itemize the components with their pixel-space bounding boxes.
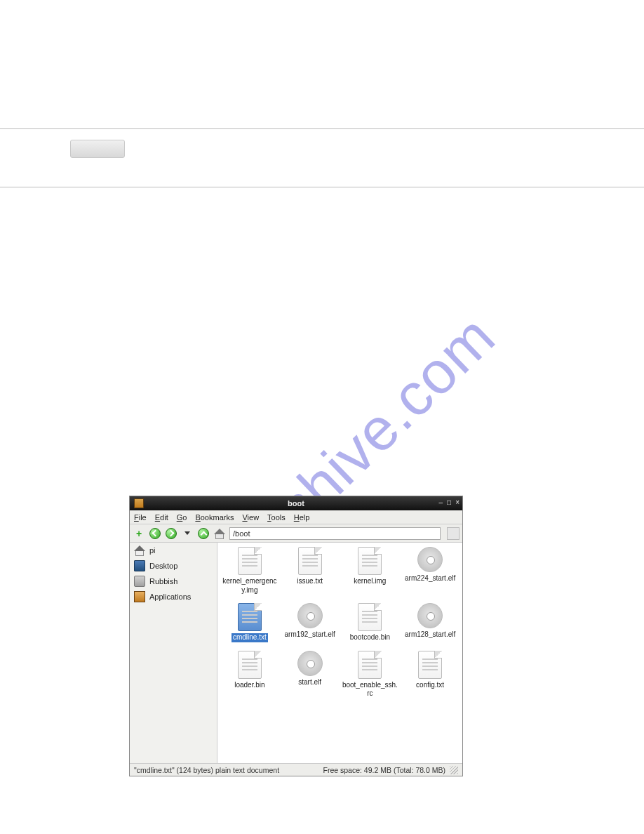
document-icon — [238, 651, 262, 679]
menu-file[interactable]: File — [134, 513, 147, 522]
file-item[interactable]: config.txt — [401, 651, 459, 699]
file-name: config.txt — [416, 681, 444, 690]
sidebar-item-applications[interactable]: Applications — [130, 589, 217, 604]
file-name: boot_enable_ssh.rc — [342, 681, 398, 699]
trash-icon — [134, 576, 145, 587]
forward-button[interactable] — [165, 527, 177, 540]
sidebar-item-label: Rubbish — [149, 577, 177, 585]
gear-icon — [297, 651, 323, 676]
sidebar-item-pi[interactable]: pi — [130, 543, 217, 558]
file-item[interactable]: boot_enable_ssh.rc — [341, 651, 400, 699]
status-left: "cmdline.txt" (124 bytes) plain text doc… — [134, 766, 279, 774]
status-bar: "cmdline.txt" (124 bytes) plain text doc… — [130, 763, 462, 776]
file-name: kernel_emergency.img — [222, 577, 278, 595]
document-icon — [298, 547, 322, 575]
file-name: arm128_start.elf — [405, 630, 455, 640]
home-icon — [134, 545, 145, 556]
file-name: arm192_start.elf — [284, 630, 335, 640]
history-dropdown[interactable] — [181, 527, 194, 540]
close-button[interactable]: × — [455, 498, 459, 506]
menu-go[interactable]: Go — [177, 513, 187, 522]
menubar: File Edit Go Bookmarks View Tools Help — [130, 510, 462, 524]
blank-button[interactable] — [70, 140, 125, 158]
file-item[interactable]: issue.txt — [281, 547, 340, 595]
file-item[interactable]: kernel.img — [341, 547, 400, 595]
file-manager-window: boot – □ × File Edit Go Bookmarks View T… — [129, 496, 463, 776]
document-icon — [358, 547, 382, 575]
document-icon — [418, 651, 442, 679]
file-grid[interactable]: kernel_emergency.imgissue.txtkernel.imga… — [217, 543, 462, 763]
file-item[interactable]: arm192_start.elf — [281, 603, 340, 642]
minimize-button[interactable]: – — [439, 498, 443, 506]
window-title: boot — [130, 499, 462, 508]
file-name: loader.bin — [234, 681, 264, 690]
divider — [0, 128, 644, 129]
up-button[interactable] — [197, 527, 210, 540]
sidebar-item-rubbish[interactable]: Rubbish — [130, 574, 217, 589]
monitor-icon — [134, 560, 145, 571]
maximize-button[interactable]: □ — [447, 498, 451, 506]
sidebar-item-label: Applications — [149, 593, 191, 601]
file-item[interactable]: arm128_start.elf — [401, 603, 459, 642]
file-item[interactable]: bootcode.bin — [341, 603, 400, 642]
document-icon — [238, 603, 262, 631]
menu-help[interactable]: Help — [294, 513, 310, 522]
apps-icon — [134, 591, 145, 602]
menu-bookmarks[interactable]: Bookmarks — [195, 513, 234, 522]
file-name: cmdline.txt — [232, 633, 268, 642]
new-tab-button[interactable]: + — [133, 527, 145, 540]
sidebar-item-label: Desktop — [149, 562, 177, 570]
document-icon — [358, 651, 382, 679]
sidebar-item-label: pi — [149, 546, 156, 555]
file-item[interactable]: kernel_emergency.img — [220, 547, 279, 595]
file-name: bootcode.bin — [350, 633, 390, 642]
titlebar[interactable]: boot – □ × — [130, 496, 462, 510]
file-item[interactable]: arm224_start.elf — [401, 547, 459, 595]
status-right: Free space: 49.2 MB (Total: 78.0 MB) — [323, 766, 446, 774]
gear-icon — [297, 603, 323, 628]
file-name: arm224_start.elf — [405, 574, 455, 583]
file-item[interactable]: cmdline.txt — [220, 603, 279, 642]
home-button[interactable] — [213, 527, 226, 540]
file-name: kernel.img — [354, 577, 386, 586]
go-button[interactable] — [447, 527, 459, 540]
sidebar-item-desktop[interactable]: Desktop — [130, 558, 217, 574]
menu-edit[interactable]: Edit — [155, 513, 168, 522]
menu-view[interactable]: View — [242, 513, 259, 522]
sidebar: pi Desktop Rubbish Applications — [130, 543, 217, 763]
document-icon — [238, 547, 262, 575]
menu-tools[interactable]: Tools — [267, 513, 286, 522]
address-bar[interactable]: /boot — [229, 527, 441, 540]
address-path: /boot — [233, 529, 250, 538]
gear-icon — [417, 547, 443, 572]
file-item[interactable]: loader.bin — [220, 651, 279, 699]
divider — [0, 187, 644, 187]
file-item[interactable]: start.elf — [281, 651, 340, 699]
gear-icon — [417, 603, 443, 628]
file-name: issue.txt — [297, 577, 323, 586]
file-name: start.elf — [298, 678, 321, 687]
toolbar: + /boot — [130, 524, 462, 543]
resize-grip-icon[interactable] — [450, 766, 458, 774]
back-button[interactable] — [149, 527, 161, 540]
document-icon — [358, 603, 382, 631]
